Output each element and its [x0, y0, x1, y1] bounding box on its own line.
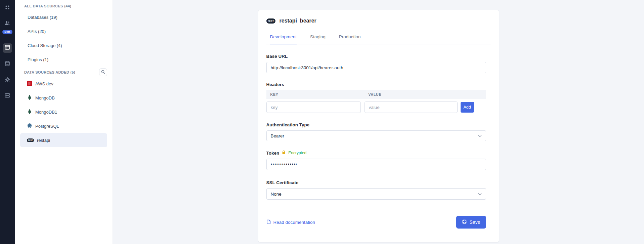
ssl-certificate-value: None: [271, 192, 282, 197]
tab-development[interactable]: Development: [270, 34, 297, 44]
sidebar-item-postgresql[interactable]: PostgreSQL: [20, 119, 107, 133]
auth-type-select[interactable]: Bearer: [266, 130, 486, 141]
sidebar-item-mongodb1[interactable]: MongoDB1: [20, 105, 107, 119]
datasource-label: PostgreSQL: [35, 124, 59, 129]
auth-type-value: Bearer: [271, 133, 285, 138]
rail-datasources-button[interactable]: [3, 43, 12, 53]
ssl-certificate-select[interactable]: None: [266, 188, 486, 200]
datasource-label: MongoDB: [35, 95, 55, 100]
lock-icon: [282, 150, 286, 156]
save-button[interactable]: Save: [456, 216, 486, 229]
datasource-label: MongoDB1: [35, 110, 57, 115]
header-key-input[interactable]: [266, 101, 361, 113]
key-column-header: KEY: [266, 92, 361, 96]
documentation-icon: [266, 219, 271, 225]
rest-api-icon: REST: [266, 18, 275, 24]
aws-icon: [27, 81, 32, 87]
sidebar-item-plugins[interactable]: Plugins (1): [20, 52, 107, 67]
rail-server-button[interactable]: [3, 91, 12, 101]
headers-table-header: KEY VALUE: [266, 90, 486, 99]
base-url-input[interactable]: [266, 62, 486, 73]
server-icon: [4, 92, 10, 100]
headers-label: Headers: [266, 82, 486, 87]
token-input[interactable]: [266, 159, 486, 170]
grid-icon: [4, 4, 10, 12]
environment-tabs: Development Staging Production: [266, 34, 491, 44]
sidebar-item-aws-dev[interactable]: AWS dev: [20, 77, 107, 91]
gear-icon: [4, 77, 10, 84]
doc-link-label: Read documentation: [273, 220, 315, 225]
auth-type-label: Authentication Type: [266, 122, 486, 127]
sidebar-item-databases[interactable]: Databases (19): [20, 10, 107, 24]
sidebar-item-cloud-storage[interactable]: Cloud Storage (4): [20, 38, 107, 52]
rail-settings-button[interactable]: [3, 76, 12, 85]
main-content: REST restapi_bearer Development Staging …: [113, 0, 644, 244]
tab-production[interactable]: Production: [339, 34, 361, 44]
rail-users-button[interactable]: [3, 19, 12, 29]
sidebar-item-mongodb[interactable]: MongoDB: [20, 91, 107, 105]
rail-apps-button[interactable]: [3, 3, 12, 13]
datasource-label: restapi: [37, 138, 50, 143]
add-header-button[interactable]: Add: [461, 102, 474, 113]
mongodb-icon: [27, 109, 32, 115]
ssl-certificate-label: SSL Certificate: [266, 180, 486, 185]
headers-input-row: Add: [266, 101, 486, 113]
sidebar-item-apis[interactable]: APIs (20): [20, 24, 107, 38]
rail-database-stack-button[interactable]: [3, 59, 12, 69]
sidebar-item-restapi[interactable]: REST restapi: [20, 133, 107, 147]
left-icon-rail: Beta: [0, 0, 15, 244]
users-icon: [4, 20, 10, 28]
datasources-sidebar: ALL DATA SOURCES (44) Databases (19) API…: [15, 0, 113, 244]
rest-api-icon: REST: [27, 138, 34, 142]
base-url-label: Base URL: [266, 54, 486, 59]
read-documentation-link[interactable]: Read documentation: [266, 219, 315, 225]
save-button-label: Save: [470, 219, 480, 225]
search-datasource-button[interactable]: [99, 68, 107, 76]
token-label: Token: [266, 151, 280, 156]
tab-staging[interactable]: Staging: [310, 34, 326, 44]
database-stack-icon: [4, 60, 10, 68]
data-sources-added-header: DATA SOURCES ADDED (5): [20, 70, 75, 75]
datasource-config-card: REST restapi_bearer Development Staging …: [258, 10, 499, 242]
page-title: restapi_bearer: [280, 18, 316, 24]
postgresql-icon: [27, 123, 32, 129]
header-value-input[interactable]: [364, 101, 458, 113]
beta-badge: Beta: [2, 30, 12, 34]
search-icon: [101, 70, 105, 75]
datasource-label: AWS dev: [35, 81, 53, 86]
value-column-header: VALUE: [364, 92, 382, 96]
chevron-down-icon: [478, 192, 482, 197]
save-icon: [462, 219, 467, 225]
encrypted-badge: Encrypted: [288, 151, 306, 155]
mongodb-icon: [27, 95, 32, 101]
chevron-down-icon: [478, 133, 482, 138]
all-data-sources-header: ALL DATA SOURCES (44): [20, 3, 107, 9]
datasources-icon: [4, 44, 10, 52]
